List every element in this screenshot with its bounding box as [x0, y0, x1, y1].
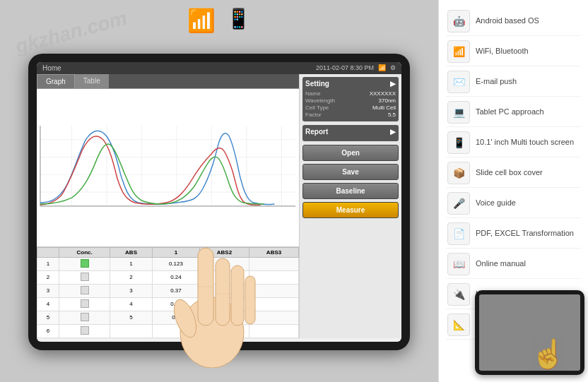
wifi-bt-icon: 📶: [447, 40, 470, 63]
home-label: Home: [42, 64, 61, 72]
top-icons: 📶 📱: [187, 7, 251, 34]
bluetooth-icon: 📱: [226, 7, 251, 34]
abs3-val: [249, 284, 298, 297]
col-header-1: 1: [152, 247, 199, 257]
abs2-val: [199, 297, 249, 311]
conc-val: 1: [110, 257, 153, 270]
conc-val: 5: [110, 311, 153, 324]
tablet-label: Tablet PC approach: [476, 107, 544, 117]
checkbox-cell[interactable]: [59, 311, 110, 324]
expand-icon[interactable]: ▶: [390, 80, 396, 88]
wifi-label: WiFi, Bluetooth: [476, 47, 529, 56]
wifi-status-icon: 📶: [378, 64, 386, 71]
slide-icon: 📦: [447, 162, 470, 184]
save-button[interactable]: Save: [302, 164, 399, 180]
voice-icon: 🎤: [447, 192, 470, 215]
setting-factor-row: Factor 5.5: [305, 112, 396, 118]
abs-val: [152, 324, 199, 338]
table-row: 6: [37, 324, 299, 338]
setting-name-row: Name XXXXXXX: [305, 90, 396, 97]
open-button[interactable]: Open: [302, 145, 399, 161]
right-panel: Setting ▶ Name XXXXXXX Wavelength 370nm: [300, 74, 401, 338]
chart-svg: [37, 89, 299, 246]
touch-icon: 📱: [447, 131, 470, 154]
feature-android: 🤖 Android based OS: [446, 7, 581, 36]
row-num: 2: [37, 270, 59, 284]
conc-val: 3: [110, 284, 153, 297]
row-num: 6: [37, 324, 59, 338]
checkbox-cell[interactable]: [59, 257, 110, 270]
table-row: 3 3 0.37: [37, 284, 299, 297]
tablet-device: Home 2011-02-07 8:30 PM 📶 ⚙ Graph: [28, 54, 410, 350]
feature-manual: 📖 Online manual: [446, 250, 581, 279]
status-bar: Home 2011-02-07 8:30 PM 📶 ⚙: [37, 62, 401, 74]
checkbox-cell[interactable]: [59, 284, 110, 297]
action-buttons: Open Save Baseline Measure: [302, 145, 399, 218]
abs-val: 0.6: [152, 311, 199, 324]
settings-icon: ⚙: [390, 64, 396, 71]
bottom-thumbnail: ☝: [475, 290, 584, 375]
abs3-val: [249, 257, 298, 270]
feature-slide: 📦 Slide cell box cover: [446, 159, 581, 188]
thumb-hand-icon: ☝: [531, 338, 566, 371]
setting-section: Setting ▶ Name XXXXXXX Wavelength 370nm: [302, 77, 399, 121]
col-header-abs2: ABS2: [199, 247, 249, 257]
watermark: gkzhan.com: [13, 7, 130, 59]
setting-wavelength-row: Wavelength 370nm: [305, 97, 396, 104]
table-row: 2 2 0.24: [37, 270, 299, 284]
row-num: 1: [37, 257, 59, 270]
checkbox-cell[interactable]: [59, 270, 110, 284]
abs-val: 0.24: [152, 270, 199, 284]
touch-label: 10.1' inch Multi touch screen: [476, 138, 574, 147]
abs2-val: [199, 284, 249, 297]
app-content: Graph Table: [37, 74, 401, 338]
pdf-icon: 📄: [447, 222, 470, 245]
report-expand-icon[interactable]: ▶: [390, 128, 396, 136]
col-header-abs: ABS: [110, 247, 153, 257]
graph-area: Graph Table: [37, 74, 300, 338]
row-num: 5: [37, 311, 59, 324]
col-header-conc: Conc.: [59, 247, 110, 257]
baseline-button[interactable]: Baseline: [302, 183, 399, 199]
report-header: Report ▶: [305, 128, 396, 136]
setting-header: Setting ▶: [305, 80, 396, 88]
measure-button[interactable]: Measure: [302, 202, 399, 218]
android-icon: 🤖: [447, 10, 470, 32]
features-panel: 🤖 Android based OS 📶 WiFi, Bluetooth ✉️ …: [438, 0, 588, 382]
row-num: 3: [37, 284, 59, 297]
checkbox-cell[interactable]: [59, 297, 110, 311]
conc-val: 2: [110, 270, 153, 284]
name-label: Name: [305, 90, 320, 97]
cell-type-value: Multi Cell: [372, 105, 396, 111]
factor-value: 5.5: [388, 112, 396, 118]
setting-cell-type-row: Cell Type Multi Cell: [305, 105, 396, 111]
abs-val: 0.37: [152, 284, 199, 297]
thumbnail-screen: ☝: [479, 294, 580, 371]
data-table: Conc. ABS 1 ABS2 ABS3 1: [37, 246, 299, 338]
wavelength-value: 370nm: [379, 97, 396, 104]
feature-email: ✉️ E-mail push: [446, 68, 581, 97]
table-row: 5 5 0.6: [37, 311, 299, 324]
abs2-val: [199, 257, 249, 270]
abs3-val: [249, 311, 298, 324]
checkbox-cell[interactable]: [59, 324, 110, 338]
android-label: Android based OS: [476, 16, 539, 25]
col-header-abs3: ABS3: [249, 247, 298, 257]
tablet-section: gkzhan.com 📶 📱 Home 2011-02-07 8:30 PM 📶…: [0, 0, 438, 382]
table-row: 1 1 0.123: [37, 257, 299, 270]
status-right: 2011-02-07 8:30 PM 📶 ⚙: [316, 64, 396, 71]
abs-val: 0.49: [152, 297, 199, 311]
abs-val: 0.123: [152, 257, 199, 270]
size-icon: 📐: [447, 314, 470, 336]
abs3-val: [249, 324, 298, 338]
abs2-val: [199, 324, 249, 338]
manual-label: Online manual: [476, 259, 526, 268]
tablet-icon: 💻: [447, 101, 470, 124]
abs3-val: [249, 270, 298, 284]
col-header-check: [37, 247, 59, 257]
tab-table[interactable]: Table: [75, 74, 109, 88]
tab-graph[interactable]: Graph: [37, 74, 75, 88]
report-title: Report: [305, 128, 328, 136]
feature-voice: 🎤 Voice guide: [446, 189, 581, 218]
email-label: E-mail push: [476, 77, 517, 86]
